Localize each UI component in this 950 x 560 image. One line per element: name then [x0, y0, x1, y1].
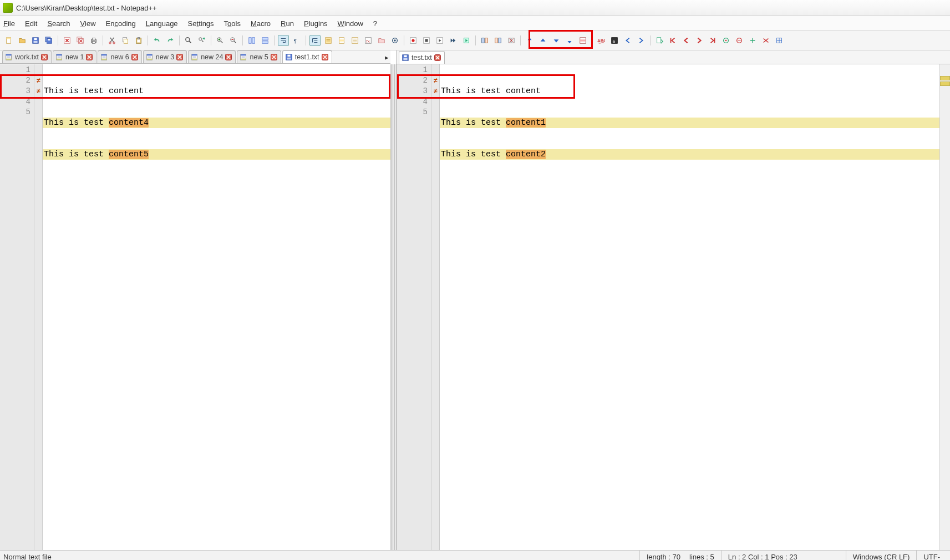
compare-icon-2[interactable]	[492, 35, 504, 46]
menu-tools[interactable]: Tools	[224, 19, 241, 28]
tab-close-icon[interactable]	[86, 54, 93, 60]
prev-diff-icon[interactable]	[537, 35, 548, 46]
play-multi-icon[interactable]	[448, 35, 459, 46]
copy-icon[interactable]	[120, 35, 131, 46]
cut-icon[interactable]	[106, 35, 118, 46]
svg-rect-1	[7, 38, 11, 39]
extra-icon-4[interactable]	[760, 35, 771, 46]
menu-language[interactable]: Language	[146, 19, 178, 28]
menu-macro[interactable]: Macro	[251, 19, 271, 28]
tab-left-4[interactable]: new 24	[188, 50, 236, 63]
extra-icon-3[interactable]	[747, 35, 758, 46]
menu-search[interactable]: Search	[47, 19, 70, 28]
menu-settings[interactable]: Settings	[188, 19, 214, 28]
code-area-right[interactable]: 1 2 3 4 5 ≠ ≠ This is test content This …	[397, 64, 950, 550]
tab-left-2[interactable]: new 6	[98, 50, 141, 63]
print-icon[interactable]	[88, 35, 99, 46]
play-macro-icon[interactable]	[434, 35, 445, 46]
replace-icon[interactable]	[196, 35, 207, 46]
code-lines-right[interactable]: This is test content This is test conten…	[440, 64, 950, 550]
tab-left-5[interactable]: new 5	[237, 50, 281, 63]
svg-rect-13	[92, 42, 95, 44]
tab-close-icon[interactable]	[176, 54, 183, 60]
tab-left-0[interactable]: work.txt	[2, 50, 52, 63]
doc-map-icon[interactable]	[336, 35, 347, 46]
tab-close-icon[interactable]	[322, 54, 328, 60]
compare-clear-icon[interactable]	[506, 35, 517, 46]
close-icon[interactable]	[62, 35, 73, 46]
tab-left-3[interactable]: new 3	[143, 50, 187, 63]
indent-guide-icon[interactable]	[309, 35, 321, 46]
next-misspell-icon[interactable]	[636, 35, 647, 46]
show-all-chars-icon[interactable]: ¶	[291, 35, 302, 46]
menu-plugins[interactable]: Plugins	[304, 19, 328, 28]
sync-hscroll-icon[interactable]	[260, 35, 271, 46]
menu-view[interactable]: View	[80, 19, 96, 28]
prev-misspell-icon[interactable]	[622, 35, 633, 46]
spellcheck-toggle-icon[interactable]: a	[609, 35, 620, 46]
last-bookmark-icon[interactable]	[707, 35, 718, 46]
monitoring-icon[interactable]	[389, 35, 400, 46]
new-file-icon[interactable]	[3, 35, 14, 46]
menu-file[interactable]: File	[3, 19, 15, 28]
redo-icon[interactable]	[165, 35, 176, 46]
user-lang-icon[interactable]	[323, 35, 334, 46]
tab-close-icon[interactable]	[225, 54, 232, 60]
wordwrap-icon[interactable]	[278, 35, 289, 46]
status-encoding[interactable]: UTF-	[916, 551, 947, 560]
svg-point-21	[186, 38, 190, 42]
undo-icon[interactable]	[151, 35, 162, 46]
tab-left-6[interactable]: test1.txt	[282, 50, 332, 63]
tabstrip-overflow-icon[interactable]: ▸	[383, 50, 390, 64]
line-gutter-left: 1 2 3 4 5	[0, 64, 34, 550]
svg-point-39	[412, 39, 414, 42]
record-macro-icon[interactable]	[408, 35, 419, 46]
tab-close-icon[interactable]	[41, 54, 48, 60]
tab-close-icon[interactable]	[434, 54, 441, 61]
close-all-icon[interactable]	[75, 35, 86, 46]
tab-right-0[interactable]: test.txt	[399, 51, 445, 64]
code-lines-left[interactable]: This is test content This is test conten…	[43, 64, 390, 550]
zoom-out-icon[interactable]	[228, 35, 239, 46]
svg-text:ABC: ABC	[597, 38, 605, 43]
prev-bookmark-icon[interactable]	[680, 35, 692, 46]
diff-overview-ruler[interactable]	[939, 64, 950, 550]
svg-point-37	[394, 39, 396, 42]
menu-window[interactable]: Window	[338, 19, 363, 28]
menu-edit[interactable]: Edit	[25, 19, 37, 28]
first-diff-icon[interactable]	[524, 35, 535, 46]
splitter[interactable]	[390, 64, 397, 550]
tab-left-1[interactable]: new 1	[53, 50, 96, 63]
code-area-left[interactable]: 1 2 3 4 5 ≠ ≠ This is test content This …	[0, 64, 390, 550]
save-all-icon[interactable]	[43, 35, 54, 46]
sync-vscroll-icon[interactable]	[246, 35, 257, 46]
doc-list-icon[interactable]	[349, 35, 360, 46]
compare-icon-1[interactable]	[479, 35, 490, 46]
nppexport-icon[interactable]	[654, 35, 665, 46]
save-icon[interactable]	[30, 35, 41, 46]
next-diff-icon[interactable]	[551, 35, 562, 46]
open-file-icon[interactable]	[17, 35, 28, 46]
last-diff-icon[interactable]	[564, 35, 575, 46]
save-macro-icon[interactable]	[461, 35, 472, 46]
tab-close-icon[interactable]	[131, 54, 138, 60]
extra-icon-5[interactable]	[774, 35, 785, 46]
func-list-icon[interactable]: fx	[363, 35, 374, 46]
tab-close-icon[interactable]	[271, 54, 277, 60]
nav-bar-icon[interactable]	[577, 35, 588, 46]
code-line: This is test content	[440, 86, 950, 96]
first-bookmark-icon[interactable]	[667, 35, 678, 46]
menu-help[interactable]: ?	[373, 19, 377, 28]
status-eol[interactable]: Windows (CR LF)	[846, 551, 917, 560]
extra-icon-2[interactable]	[734, 35, 745, 46]
extra-icon-1[interactable]	[720, 35, 731, 46]
next-bookmark-icon[interactable]	[694, 35, 705, 46]
find-icon[interactable]	[183, 35, 194, 46]
folder-workspace-icon[interactable]	[376, 35, 387, 46]
spellcheck-icon[interactable]: ABC	[596, 35, 607, 46]
stop-macro-icon[interactable]	[421, 35, 432, 46]
paste-icon[interactable]	[133, 35, 144, 46]
zoom-in-icon[interactable]	[215, 35, 226, 46]
menu-run[interactable]: Run	[281, 19, 294, 28]
menu-encoding[interactable]: Encoding	[106, 19, 136, 28]
